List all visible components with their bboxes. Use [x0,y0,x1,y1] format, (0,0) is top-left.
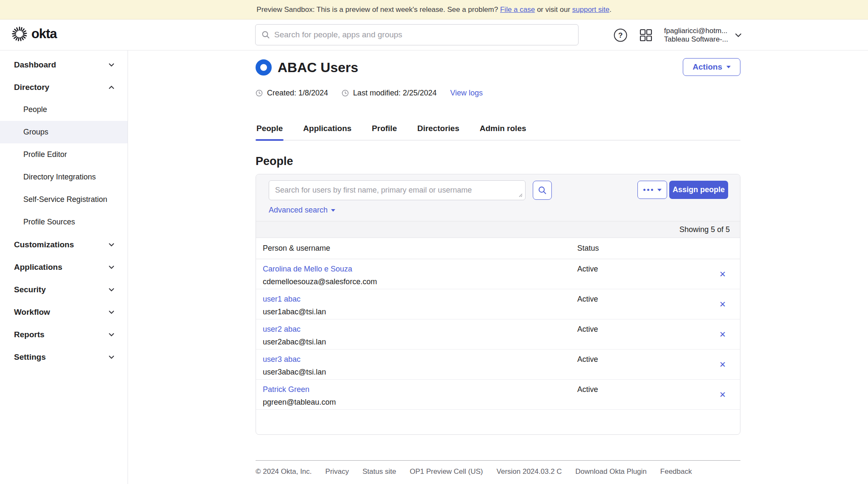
status-badge: Active [577,259,740,289]
remove-user-button[interactable]: ✕ [716,298,729,311]
sidebar-item-people[interactable]: People [0,98,128,121]
sidebar-item-directory[interactable]: Directory [0,76,128,98]
remove-user-button[interactable]: ✕ [716,268,729,280]
sidebar-item-profile-editor[interactable]: Profile Editor [0,143,128,166]
user-username: cdemelloesouza@salesforce.com [263,277,577,286]
sidebar-item-label: Profile Sources [23,218,75,227]
table-row: user1 abac user1abac@tsi.lan Active ✕ [256,289,740,319]
status-badge: Active [577,319,740,349]
sidebar-item-self-service-registration[interactable]: Self-Service Registration [0,188,128,211]
copyright-text: © 2024 Okta, Inc. [256,467,312,476]
help-icon[interactable]: ? [613,28,628,42]
tab-bar: People Applications Profile Directories … [256,124,740,140]
page-title: ABAC Users [278,60,358,76]
banner-text-middle: or visit our [535,6,572,14]
sidebar-item-security[interactable]: Security [0,278,128,301]
people-panel: Advanced search Assign people Showing 5 … [256,174,740,435]
sidebar-item-label: Directory [14,83,49,92]
sidebar-item-label: Self-Service Registration [23,195,107,204]
feedback-link[interactable]: Feedback [660,467,692,476]
sidebar-item-applications[interactable]: Applications [0,256,128,278]
okta-sunburst-icon [12,26,27,42]
ellipsis-icon [643,189,653,191]
tab-applications[interactable]: Applications [302,124,352,140]
user-name-link[interactable]: Patrick Green [263,385,577,394]
sidebar-item-settings[interactable]: Settings [0,346,128,368]
global-search [255,24,579,45]
sidebar-item-workflow[interactable]: Workflow [0,301,128,323]
privacy-link[interactable]: Privacy [326,467,349,476]
tab-profile[interactable]: Profile [371,124,398,140]
global-search-input[interactable] [274,30,572,39]
sidebar-nav: Dashboard Directory People Groups Profil… [0,50,128,484]
column-status: Status [577,244,740,253]
status-badge: Active [577,350,740,379]
okta-logo: okta [12,26,57,42]
remove-user-button[interactable]: ✕ [716,358,729,371]
chevron-down-icon [108,265,114,269]
app-switcher-icon[interactable] [639,28,653,42]
support-site-link[interactable]: support site [572,6,609,14]
chevron-down-icon [108,63,114,67]
remove-user-button[interactable]: ✕ [716,328,729,341]
status-badge: Active [577,289,740,319]
user-name-link[interactable]: user3 abac [263,355,577,364]
download-plugin-link[interactable]: Download Okta Plugin [576,467,647,476]
user-search-button[interactable] [533,181,552,200]
chevron-up-icon [108,85,114,89]
file-a-case-link[interactable]: File a case [500,6,535,14]
user-name-link[interactable]: Carolina de Mello e Souza [263,265,577,274]
sidebar-item-label: Applications [14,263,62,272]
tab-admin-roles[interactable]: Admin roles [479,124,527,140]
account-email: fpagliaricci@hotm... [664,27,728,35]
sidebar-item-label: Profile Editor [23,150,67,159]
chevron-down-icon [108,355,114,359]
user-search-input[interactable] [269,180,526,200]
user-name-link[interactable]: user1 abac [263,295,577,304]
top-header: okta ? [0,20,868,50]
view-logs-link[interactable]: View logs [450,89,483,98]
account-org: Tableau Software-... [664,35,728,44]
remove-user-button[interactable]: ✕ [716,388,729,401]
actions-button[interactable]: Actions [683,58,740,76]
table-row: user3 abac user3abac@tsi.lan Active ✕ [256,350,740,380]
clock-icon [342,90,349,97]
user-username: user1abac@tsi.lan [263,308,577,316]
table-empty-footer [256,410,740,434]
banner-text: Preview Sandbox: This is a preview of ne… [256,6,500,14]
sidebar-item-label: Reports [14,330,45,339]
sidebar-item-customizations[interactable]: Customizations [0,233,128,256]
sidebar-item-reports[interactable]: Reports [0,323,128,346]
table-header: Person & username Status [256,238,740,259]
tab-directories[interactable]: Directories [416,124,460,140]
status-badge: Active [577,380,740,409]
sidebar-item-groups[interactable]: Groups [0,121,128,143]
clock-icon [256,90,263,97]
status-site-link[interactable]: Status site [362,467,396,476]
account-menu[interactable]: fpagliaricci@hotm... Tableau Software-..… [664,27,742,44]
sidebar-item-directory-integrations[interactable]: Directory Integrations [0,166,128,188]
sidebar-item-label: Customizations [14,240,74,249]
user-name-link[interactable]: user2 abac [263,325,577,334]
assign-people-button[interactable]: Assign people [669,181,728,199]
sidebar-item-dashboard[interactable]: Dashboard [0,53,128,76]
sidebar-item-profile-sources[interactable]: Profile Sources [0,211,128,233]
chevron-down-icon [108,243,114,246]
sidebar-item-label: Workflow [14,308,50,317]
version-label: Version 2024.03.2 C [497,467,562,476]
okta-wordmark: okta [31,26,57,42]
sidebar-item-label: Settings [14,353,46,362]
search-icon [262,31,270,39]
more-options-button[interactable] [637,181,667,199]
sidebar-item-label: Directory Integrations [23,173,96,182]
advanced-search-link[interactable]: Advanced search [269,206,335,215]
actions-label: Actions [693,62,722,72]
caret-down-icon [657,189,662,191]
sidebar-item-label: Groups [23,128,48,137]
table-row: Patrick Green pgreen@tableau.com Active … [256,380,740,410]
table-row: user2 abac user2abac@tsi.lan Active ✕ [256,319,740,350]
preview-sandbox-banner: Preview Sandbox: This is a preview of ne… [0,0,868,20]
results-count-bar: Showing 5 of 5 [256,221,740,238]
banner-text-end: . [609,6,612,14]
tab-people[interactable]: People [256,124,284,140]
